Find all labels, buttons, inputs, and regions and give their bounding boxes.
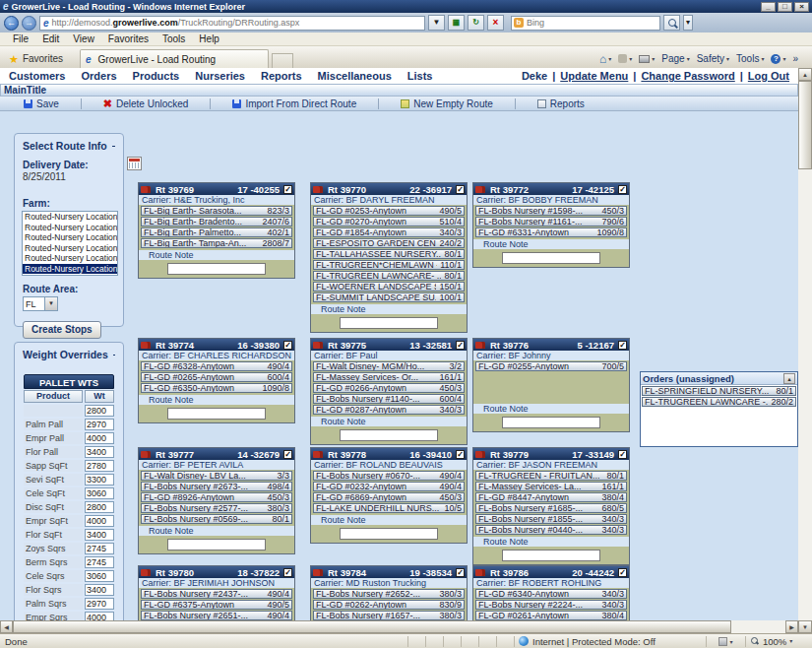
stop-row[interactable]: FL-Bobs Nursery #1855-...340/3 [475, 514, 627, 524]
unassigned-order-row[interactable]: FL-TRUGREEN LAWNCARE -...280/2 [642, 397, 796, 407]
stop-row[interactable]: FL-Bobs Nursery #0440-...340/3 [475, 525, 627, 535]
collapse-button[interactable]: ▴ [783, 373, 795, 384]
pallet-weight-input[interactable] [85, 501, 114, 513]
route-note-input[interactable] [340, 317, 438, 329]
route-note-input[interactable] [167, 539, 266, 551]
stop-row[interactable]: FL-Bobs Nursery #1161-...790/6 [475, 217, 627, 227]
stop-row[interactable]: FL-GD #1854-Anytown340/3 [313, 227, 465, 237]
search-options-dropdown[interactable]: ▾ [683, 15, 693, 31]
safety-menu[interactable]: Safety▾ [697, 53, 729, 64]
menu-tools[interactable]: Tools [156, 33, 192, 44]
route-card-header[interactable]: Rt 3978018 -37822✓ [139, 566, 294, 578]
refresh-button[interactable]: ↻ [468, 15, 484, 31]
stop-row[interactable]: FL-Big Earth- Palmetto...402/1 [141, 227, 292, 237]
pallet-weight-input[interactable] [85, 432, 114, 444]
pallet-weight-input[interactable] [85, 419, 114, 430]
route-note-input[interactable] [340, 528, 438, 540]
route-locked-checkbox[interactable]: ✓ [283, 450, 292, 459]
save-button[interactable]: Save [18, 98, 65, 109]
help-button[interactable]: ?▾ [771, 54, 785, 64]
route-note-input[interactable] [167, 263, 266, 275]
stop-row[interactable]: FL-GD #0232-Anytown490/4 [313, 482, 465, 491]
pallet-weight-input[interactable] [85, 570, 114, 582]
route-card-header[interactable]: Rt 3977513 -32581✓ [311, 339, 467, 351]
route-locked-checkbox[interactable]: ✓ [456, 450, 465, 459]
print-button[interactable]: ▾ [639, 55, 655, 63]
route-note-input[interactable] [167, 408, 266, 420]
pallet-weight-input[interactable] [85, 598, 114, 610]
stop-row[interactable]: FL-Bobs Nursery #2577-...380/3 [141, 503, 292, 513]
new-tab-button[interactable] [272, 53, 293, 68]
stop-row[interactable]: FL-Bobs Nursery #2652-...380/3 [313, 589, 465, 599]
horizontal-scroll-thumb[interactable] [13, 620, 731, 633]
tools-menu[interactable]: Tools▾ [736, 53, 764, 64]
stop-row[interactable]: FL-GD #6340-Anytown340/3 [475, 589, 627, 599]
farm-option[interactable]: Routed-Nursery Location 11 [23, 212, 117, 223]
stop-row[interactable]: FL-WOERNER LANDSCAPE S...150/1 [313, 282, 465, 292]
route-card-header[interactable]: Rt 3977714 -32679✓ [139, 448, 294, 460]
stop-row[interactable]: FL-SUMMIT LANDSCAPE SU...100/1 [313, 292, 465, 302]
nav-products[interactable]: Products [133, 70, 180, 82]
stop-row[interactable]: FL-Massey Services- Or...161/1 [313, 372, 465, 382]
route-note-input[interactable] [502, 550, 600, 561]
vertical-scrollbar[interactable]: ▲ ▼ [798, 68, 812, 633]
stop-row[interactable]: FL-Walt Disney- MGM/Ho...3/2 [313, 361, 465, 371]
route-card-header[interactable]: Rt 3977816 -39410✓ [311, 448, 467, 460]
menu-file[interactable]: File [6, 33, 35, 44]
stop-row[interactable]: FL-GD #8447-Anytown380/4 [475, 492, 627, 502]
stop-row[interactable]: FL-Bobs Nursery #2224-...340/3 [475, 600, 627, 610]
stop-row[interactable]: FL-Big Earth- Tampa-An...2808/7 [141, 238, 292, 248]
menu-favorites[interactable]: Favorites [101, 33, 156, 44]
menu-edit[interactable]: Edit [35, 33, 66, 44]
address-history-dropdown[interactable]: ▼ [428, 15, 445, 31]
pallet-weight-input[interactable] [85, 529, 114, 541]
stop-row[interactable]: FL-Bobs Nursery #1140-...600/4 [313, 394, 465, 404]
stop-row[interactable]: FL-Bobs Nursery #2437-...490/4 [141, 589, 292, 599]
stop-row[interactable]: FL-GD #0253-Anytown490/5 [313, 206, 465, 216]
vertical-scroll-thumb[interactable] [798, 81, 812, 169]
route-locked-checkbox[interactable]: ✓ [456, 341, 465, 350]
forward-button[interactable]: → [22, 16, 36, 31]
maximize-button[interactable]: □ [778, 2, 792, 12]
stop-row[interactable]: FL-ESPOSITO GARDEN CEN...240/2 [313, 238, 465, 248]
product-column-header[interactable]: Product [24, 390, 83, 403]
stop-row[interactable]: FL-Bobs Nursery #0569-...80/1 [141, 514, 292, 524]
farm-option[interactable]: Routed-Nursery Location 16 [23, 223, 117, 233]
change-password-link[interactable]: Change Password [641, 70, 734, 82]
route-note-input[interactable] [340, 429, 438, 441]
farm-option[interactable]: Routed-Nursery Location 6 [23, 253, 117, 264]
nav-orders[interactable]: Orders [81, 70, 116, 82]
unassigned-order-row[interactable]: FL-SPRINGFIELD NURSERY...80/1 [642, 386, 796, 396]
route-card-header[interactable]: Rt 3978419 -38534✓ [311, 566, 467, 578]
pallet-weight-input[interactable] [85, 515, 114, 527]
menu-view[interactable]: View [66, 33, 101, 44]
stop-row[interactable]: FL-GD #6328-Anytown490/4 [141, 361, 292, 371]
stop-row[interactable]: FL-Bobs Nursery #1685-...680/5 [475, 503, 627, 513]
calendar-picker-button[interactable] [127, 157, 142, 170]
stop-row[interactable]: FL-Bobs Nursery #2673-...498/4 [141, 482, 292, 491]
stop-row[interactable]: FL-GD #0287-Anytown340/3 [313, 405, 465, 415]
stop-row[interactable]: FL-GD #0266-Anytown450/3 [313, 383, 465, 393]
route-card-header[interactable]: Rt 3976917 -40255✓ [139, 183, 294, 195]
pallet-weight-input[interactable] [85, 543, 114, 554]
horizontal-scrollbar[interactable]: ◀ ▶ [0, 620, 798, 633]
farm-option[interactable]: Routed-Nursery Location 7 [23, 264, 117, 275]
route-card-header[interactable]: Rt 3977917 -33149✓ [473, 448, 629, 460]
route-locked-checkbox[interactable]: ✓ [283, 568, 292, 577]
stop-row[interactable]: FL-Bobs Nursery #1598-...450/3 [475, 206, 627, 216]
stop-row[interactable]: FL-LAKE UNDERHILL NURS...10/5 [313, 503, 465, 513]
stop-row[interactable]: FL-GD #6350-Anytown1090/8 [141, 383, 292, 393]
pallet-weight-input[interactable] [85, 446, 114, 458]
stop-row[interactable]: FL-TRUGREEN LAWNCARE- ...80/1 [313, 271, 465, 281]
stop-row[interactable]: FL-Massey Services- La...161/1 [475, 482, 627, 491]
stop-row[interactable]: FL-TRUGREEN - FRUITLAN...80/1 [475, 471, 627, 481]
stop-row[interactable]: FL-GD #6869-Anytown450/3 [313, 492, 465, 502]
route-locked-checkbox[interactable]: ✓ [618, 341, 627, 350]
page-menu[interactable]: Page▾ [661, 53, 689, 64]
pallet-weight-input[interactable] [85, 405, 114, 417]
route-locked-checkbox[interactable]: ✓ [618, 185, 627, 194]
route-card-header[interactable]: Rt 3977416 -39380✓ [139, 339, 294, 351]
route-note-input[interactable] [502, 252, 600, 264]
pallet-weight-input[interactable] [85, 460, 114, 472]
minimize-button[interactable]: _ [761, 2, 776, 12]
